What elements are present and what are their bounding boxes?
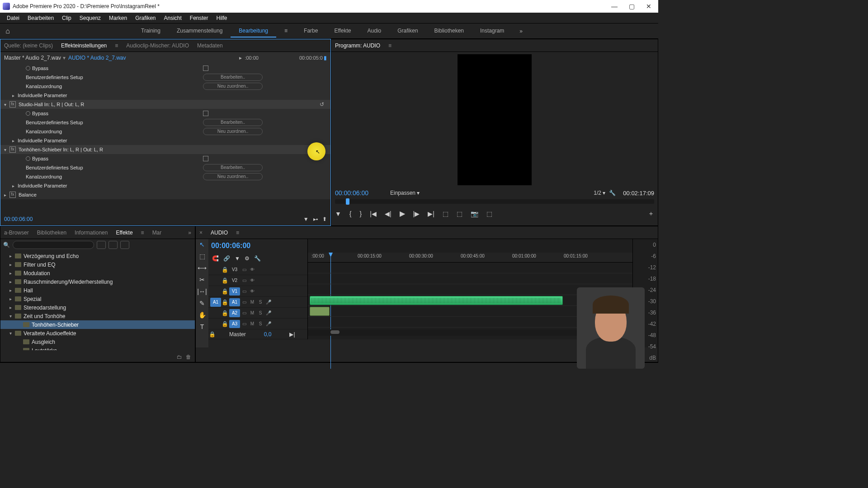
hand-tool-icon[interactable]: ✋ bbox=[198, 311, 206, 319]
lock-icon[interactable]: 🔒 bbox=[221, 321, 228, 327]
toggle-output-icon[interactable]: ▭ bbox=[240, 267, 248, 272]
toggle-output-icon[interactable]: ▭ bbox=[240, 278, 248, 283]
ws-bearbeitung[interactable]: Bearbeitung bbox=[231, 25, 276, 38]
tree-item[interactable]: Lautstärke bbox=[0, 346, 195, 350]
time-ruler[interactable]: :00:00 00:00:15:00 00:00:30:00 00:00:45:… bbox=[308, 253, 632, 263]
play-only-icon[interactable]: ▸▪ bbox=[313, 216, 318, 222]
audio-clip-label[interactable]: AUDIO * Audio 2_7.wav bbox=[68, 55, 126, 61]
tree-item[interactable]: ▸Spezial bbox=[0, 295, 195, 303]
filter-icon[interactable]: ▼ bbox=[303, 216, 309, 222]
tree-item[interactable]: ▸Modulation bbox=[0, 269, 195, 277]
marker-add-icon[interactable]: ▼ bbox=[335, 210, 341, 217]
tree-item[interactable]: Ausgleich bbox=[0, 338, 195, 346]
edit-button[interactable]: Bearbeiten.. bbox=[203, 164, 263, 171]
effects-search-input[interactable] bbox=[13, 241, 94, 249]
keyframe-toggle-icon[interactable] bbox=[26, 156, 30, 161]
tab-effekteinstellungen[interactable]: Effekteinstellungen bbox=[60, 42, 108, 49]
track-v3[interactable]: V3 bbox=[229, 266, 240, 274]
ws-zusammenstellung[interactable]: Zusammenstellung bbox=[169, 25, 231, 38]
lift-icon[interactable]: ⬚ bbox=[443, 210, 448, 217]
fit-dropdown[interactable]: Einpassen ▾ bbox=[390, 190, 420, 196]
mute-button[interactable]: M bbox=[248, 300, 256, 305]
ec-play-icon[interactable]: ▸ bbox=[239, 55, 242, 61]
src-a1[interactable]: A1 bbox=[210, 298, 221, 307]
add-button-icon[interactable]: ＋ bbox=[648, 210, 654, 218]
eye-icon[interactable]: 👁 bbox=[248, 267, 256, 272]
bypass-checkbox[interactable] bbox=[203, 111, 208, 116]
master-value[interactable]: 0,0 bbox=[264, 331, 272, 338]
ws-grafiken[interactable]: Grafiken bbox=[389, 25, 426, 38]
minimize-button[interactable]: — bbox=[610, 3, 618, 10]
menu-bearbeiten[interactable]: Bearbeiten bbox=[24, 15, 58, 21]
bypass-checkbox[interactable] bbox=[203, 66, 208, 71]
program-scrubber[interactable] bbox=[335, 199, 654, 204]
neuzuordnen-button[interactable]: Neu zuordnen.. bbox=[203, 83, 263, 90]
voiceover-icon[interactable]: 🎤 bbox=[264, 321, 273, 326]
ws-effekte[interactable]: Effekte bbox=[326, 25, 359, 38]
track-v2[interactable]: V2 bbox=[229, 277, 240, 285]
ws-farbe[interactable]: Farbe bbox=[296, 25, 326, 38]
lane-v2[interactable] bbox=[308, 273, 632, 284]
menu-marken[interactable]: Marken bbox=[105, 15, 131, 21]
tab-audioclip-mischer[interactable]: Audioclip-Mischer: AUDIO bbox=[125, 42, 190, 49]
slip-tool-icon[interactable]: |↔| bbox=[197, 288, 207, 295]
new-bin-icon[interactable]: 🗀 bbox=[177, 354, 182, 360]
linked-sel-icon[interactable]: 🔗 bbox=[223, 255, 230, 262]
edit-button[interactable]: Bearbeiten.. bbox=[203, 119, 263, 126]
panel-menu-icon[interactable]: ≡ bbox=[114, 42, 119, 49]
settings-icon[interactable]: ⚙ bbox=[245, 255, 250, 262]
compare-icon[interactable]: ⬚ bbox=[486, 210, 492, 217]
lane-v3[interactable] bbox=[308, 263, 632, 273]
voiceover-icon[interactable]: 🎤 bbox=[264, 310, 273, 315]
menu-fenster[interactable]: Fenster bbox=[186, 15, 212, 21]
solo-button[interactable]: S bbox=[256, 300, 264, 305]
pen-tool-icon[interactable]: ✎ bbox=[199, 300, 205, 307]
master-clip-label[interactable]: Master * Audio 2_7.wav bbox=[4, 55, 61, 61]
fx-badge-icon[interactable]: fx bbox=[9, 192, 16, 198]
wrench-icon[interactable]: 🔧 bbox=[609, 190, 616, 196]
track-a2[interactable]: A2 bbox=[229, 309, 240, 317]
voiceover-icon[interactable]: 🎤 bbox=[264, 300, 273, 305]
lock-icon[interactable]: 🔒 bbox=[208, 331, 216, 338]
track-select-tool-icon[interactable]: ⬚ bbox=[199, 253, 205, 260]
extract-icon[interactable]: ⬚ bbox=[457, 210, 462, 217]
ws-bibliotheken[interactable]: Bibliotheken bbox=[426, 25, 472, 38]
panel-menu-icon[interactable]: ≡ bbox=[140, 230, 145, 236]
reset-icon[interactable]: ↺ bbox=[320, 101, 324, 108]
clip-dropdown-icon[interactable]: ▾ bbox=[63, 55, 66, 61]
tree-item[interactable]: ▸Rauschminderung/Wiederherstellung bbox=[0, 277, 195, 286]
twirl-icon[interactable]: ▸ bbox=[12, 138, 18, 143]
scrub-playhead[interactable] bbox=[346, 198, 349, 205]
preset-yuv-icon[interactable] bbox=[120, 241, 129, 249]
lock-icon[interactable]: 🔒 bbox=[221, 288, 228, 295]
edit-button[interactable]: Bearbeiten.. bbox=[203, 74, 263, 81]
audio-clip-a1[interactable] bbox=[310, 296, 563, 305]
export-icon[interactable]: ⬆ bbox=[322, 216, 327, 222]
menu-grafiken[interactable]: Grafiken bbox=[131, 15, 160, 21]
ec-timecode[interactable]: 00:00:06:00 bbox=[4, 216, 33, 222]
workspace-overflow-icon[interactable]: » bbox=[519, 28, 523, 34]
tab-quelle[interactable]: Quelle: (keine Clips) bbox=[3, 42, 54, 49]
keyframe-toggle-icon[interactable] bbox=[26, 111, 30, 116]
tab-browser[interactable]: a-Browser bbox=[3, 230, 30, 236]
track-a3[interactable]: A3 bbox=[229, 320, 240, 328]
audio-clip-a2[interactable] bbox=[310, 307, 330, 316]
type-tool-icon[interactable]: T bbox=[200, 323, 204, 330]
mute-button[interactable]: M bbox=[248, 321, 256, 326]
studio-hall-title[interactable]: Studio-Hall In: L, R | Out: L, R bbox=[19, 102, 320, 107]
ws-training[interactable]: Training bbox=[133, 25, 169, 38]
lock-icon[interactable]: 🔒 bbox=[221, 310, 228, 316]
tab-effekte[interactable]: Effekte bbox=[115, 230, 133, 236]
keyframe-toggle-icon[interactable] bbox=[26, 66, 30, 70]
export-frame-icon[interactable]: 📷 bbox=[471, 210, 478, 217]
mark-in-icon[interactable]: { bbox=[349, 210, 352, 217]
play-icon[interactable]: ▶ bbox=[400, 209, 405, 218]
tab-bibliotheken[interactable]: Bibliotheken bbox=[36, 230, 67, 236]
lock-icon[interactable]: 🔒 bbox=[221, 267, 228, 273]
scroll-thumb[interactable] bbox=[330, 330, 340, 334]
tree-item[interactable]: ▾Zeit und Tonhöhe bbox=[0, 312, 195, 320]
resolution-dropdown[interactable]: 1/2 ▾ bbox=[594, 190, 605, 196]
ruler-playhead-icon[interactable]: ▮ bbox=[324, 55, 327, 61]
ws-menu-icon[interactable]: ≡ bbox=[276, 25, 296, 38]
tab-mar[interactable]: Mar bbox=[151, 230, 163, 236]
